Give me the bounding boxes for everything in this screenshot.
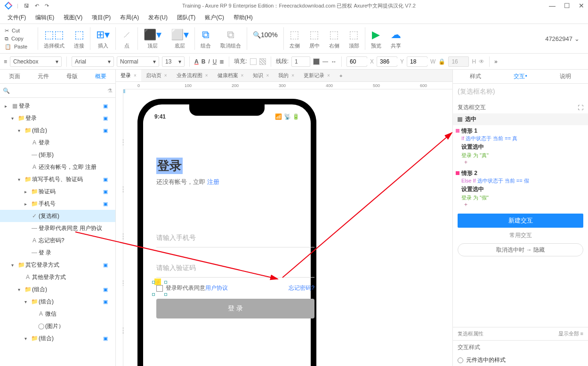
close-icon[interactable]: × (164, 73, 167, 78)
terms-link[interactable]: 用户协议 (205, 284, 228, 292)
case-2[interactable]: 情形 2 Else If 选中状态于 当前 == 假 设置选中 登录 为 "假"… (453, 167, 588, 210)
save-icon[interactable]: 🖫 (24, 3, 29, 8)
tree-row[interactable]: ▾📁填写手机号、验证码▣ (0, 173, 115, 185)
tree-row[interactable]: A其他登录方式 (0, 271, 115, 283)
text-color-button[interactable]: A (194, 58, 199, 65)
redo-icon[interactable]: ↷ (45, 3, 49, 9)
add-action-button[interactable]: + (461, 159, 583, 166)
bring-front-button[interactable]: ⬛▾顶层 (139, 24, 166, 53)
close-icon[interactable]: × (266, 73, 269, 78)
share-button[interactable]: ☁共享 (386, 24, 406, 53)
agree-checkbox[interactable] (156, 285, 163, 292)
add-action-button[interactable]: + (461, 201, 583, 208)
tree-row[interactable]: —(矩形) (0, 149, 115, 161)
tree-row[interactable]: A登录 (0, 136, 115, 149)
connect-button[interactable]: ⬚连接 (69, 24, 89, 53)
italic-button[interactable]: I (208, 58, 209, 65)
underline-button[interactable]: U (213, 58, 217, 65)
widget-name-select[interactable]: Checkbox▾ (10, 56, 62, 67)
tree-row[interactable]: A还没有帐号，立即 注册 (0, 161, 115, 173)
line-width-input[interactable]: 1 (291, 56, 310, 67)
filter-icon[interactable]: ⚗ (107, 88, 113, 94)
menu-file[interactable]: 文件(F) (3, 14, 31, 22)
paste-button[interactable]: 📋Paste (5, 43, 35, 51)
tab-masters[interactable]: 母版 (58, 70, 87, 83)
tree-row[interactable]: ▾📁(组合)▣ (0, 283, 115, 295)
size-input[interactable]: 13▾ (162, 56, 185, 67)
para-icon[interactable]: ≡ (4, 58, 7, 65)
canvas-tab[interactable]: 健康档案× (213, 70, 249, 81)
new-interaction-button[interactable]: 新建交互 (458, 214, 583, 228)
menu-account[interactable]: 账户(C) (200, 14, 229, 22)
fill-none-swatch[interactable] (259, 58, 266, 65)
menu-project[interactable]: 项目(P) (87, 14, 115, 22)
tree-row[interactable]: A微信 (0, 308, 115, 320)
font-select[interactable]: Arial▾ (72, 56, 114, 67)
minimize-icon[interactable]: — (549, 2, 556, 9)
code-input[interactable]: 请输入验证码 (156, 259, 314, 278)
register-link[interactable]: 注册 (207, 178, 219, 185)
menu-edit[interactable]: 编辑(E) (31, 14, 59, 22)
arrow-style-button[interactable]: ↔ (331, 58, 337, 65)
menu-publish[interactable]: 发布(U) (144, 14, 172, 22)
canvas-tab[interactable]: 我的× (274, 70, 299, 81)
case-1[interactable]: 情形 1 If 选中状态于 当前 == 真 设置选中 登录 为 "真" + (453, 125, 588, 167)
tab-outline[interactable]: 概要 (87, 70, 115, 83)
maximize-icon[interactable]: ☐ (564, 2, 570, 9)
cut-button[interactable]: ✂Cut (5, 27, 35, 35)
event-row[interactable]: 选中 (453, 113, 588, 125)
menu-team[interactable]: 团队(T) (172, 14, 200, 22)
close-icon[interactable]: × (327, 73, 330, 78)
close-icon[interactable]: × (291, 73, 294, 78)
close-icon[interactable]: × (241, 73, 244, 78)
tree-row[interactable]: —登录即代表同意 用户协议 (0, 222, 115, 234)
y-input[interactable] (377, 56, 397, 67)
fill-swatch[interactable] (250, 58, 257, 65)
tab-interactions[interactable]: 交互• (498, 70, 543, 83)
tab-pages[interactable]: 页面 (0, 70, 29, 83)
canvas-tab[interactable]: 更新记录× (299, 70, 335, 81)
quick-ix-button[interactable]: 取消选中时 → 隐藏 (458, 243, 583, 256)
canvas-tab[interactable]: 启动页× (141, 70, 172, 81)
phone-input[interactable]: 请输入手机号 (156, 229, 314, 247)
add-tab-button[interactable]: + (335, 70, 347, 81)
tree-row[interactable]: ▸📁验证码▣ (0, 185, 115, 198)
bullets-button[interactable]: ≣ (219, 58, 224, 65)
insert-button[interactable]: ⊞▾插入 (91, 24, 114, 53)
tree-row[interactable]: ◯(图片） (0, 320, 115, 332)
tree-row[interactable]: —登 录 (0, 247, 115, 259)
tree-row[interactable]: ▸▦登录▣ (0, 100, 115, 112)
group-button[interactable]: ⧉组合 (196, 24, 216, 53)
tree-row[interactable]: ▾📁(组合)▣ (0, 295, 115, 308)
tree-row[interactable]: ▾📁(组合)▣ (0, 124, 115, 136)
canvas[interactable]: 9:41 📶 📡 🔋 登录 还没有帐号，立即 注册 请输入手机号 请输入验证码 … (123, 89, 452, 366)
login-button[interactable]: 登 录 (156, 299, 314, 318)
visibility-icon[interactable]: 👁 (479, 58, 484, 65)
widget-name-field[interactable]: (复选框名称) (453, 84, 588, 100)
tab-notes[interactable]: 说明 (543, 70, 588, 83)
line-style-button[interactable]: — (322, 58, 328, 65)
tab-style[interactable]: 样式 (453, 70, 498, 83)
bold-button[interactable]: B (201, 58, 206, 65)
canvas-tab[interactable]: 登录× (116, 70, 141, 81)
expand-icon[interactable]: ⛶ (578, 104, 583, 111)
props-header[interactable]: 复选框属性显示全部 ≡ (453, 327, 588, 340)
x-input[interactable] (346, 56, 367, 67)
weight-select[interactable]: Normal▾ (117, 56, 159, 67)
menu-help[interactable]: 帮助(H) (229, 14, 258, 22)
preview-button[interactable]: ▶预览 (366, 24, 386, 53)
menu-layout[interactable]: 布局(A) (115, 14, 144, 22)
account-button[interactable]: 47262947 ⌄ (545, 35, 585, 42)
forgot-link[interactable]: 忘记密码? (289, 284, 314, 292)
tree-row[interactable]: ▾📁其它登录方式▣ (0, 259, 115, 271)
lock-icon[interactable]: 🔒 (438, 58, 445, 65)
menu-view[interactable]: 视图(V) (59, 14, 87, 22)
canvas-tab[interactable]: 知识× (248, 70, 274, 81)
tab-widgets[interactable]: 元件 (29, 70, 57, 83)
selected-style-radio[interactable]: 元件选中的样式 (453, 354, 588, 366)
zoom-button[interactable]: 🔍 100% (248, 24, 282, 53)
tree-row[interactable]: A忘记密码? (0, 234, 115, 247)
copy-button[interactable]: ⧉Copy (5, 35, 35, 43)
close-icon[interactable]: ✕ (579, 2, 584, 9)
tree-row[interactable]: ▸📁手机号▣ (0, 198, 115, 210)
